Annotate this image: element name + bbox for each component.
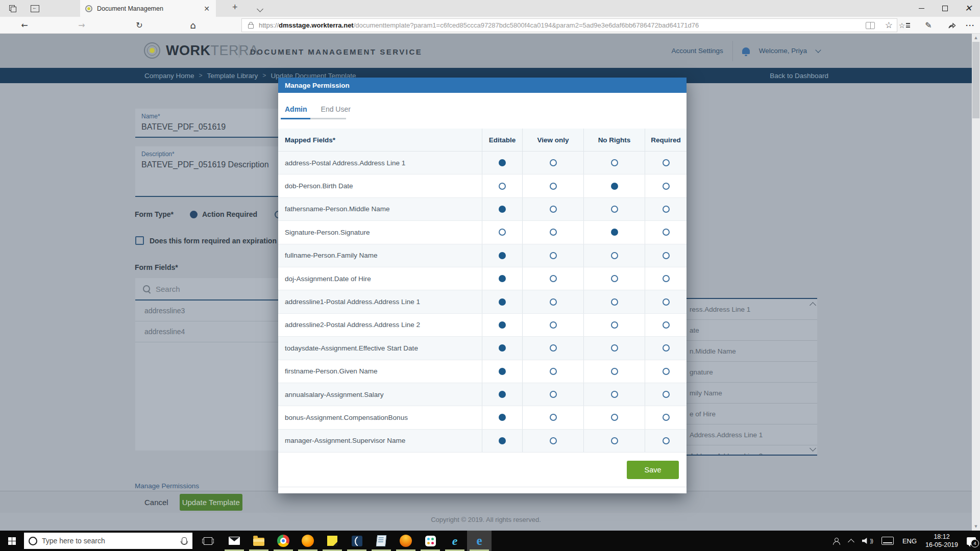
annotate-pen-icon[interactable]: ✎	[920, 18, 937, 32]
update-template-button[interactable]: Update Template	[180, 494, 242, 511]
user-menu-chevron-icon[interactable]	[815, 47, 821, 53]
name-field[interactable]: Name* BATEVE_PDF_051619	[135, 109, 278, 138]
scroll-up-arrow-icon[interactable]: ▲	[972, 36, 980, 40]
radio-editable[interactable]	[499, 391, 506, 398]
radio-required[interactable]	[663, 229, 670, 236]
radio-required[interactable]	[663, 183, 670, 190]
taskbar-clock[interactable]: 18:12 16-05-2019	[925, 533, 958, 549]
new-tab-button[interactable]: +	[232, 2, 238, 13]
radio-editable[interactable]	[499, 368, 506, 375]
radio-editable[interactable]	[499, 298, 506, 306]
taskbar-app-file-explorer[interactable]	[247, 531, 271, 551]
radio-required[interactable]	[663, 391, 670, 398]
radio-view-only[interactable]	[550, 275, 557, 282]
language-indicator[interactable]: ENG	[902, 537, 917, 545]
radio-no-rights[interactable]	[611, 321, 618, 329]
list-item-addressline4[interactable]: addressline4	[135, 321, 278, 342]
tray-overflow-chevron-icon[interactable]	[848, 539, 854, 545]
radio-view-only[interactable]	[550, 206, 557, 213]
list-item[interactable]: e of Hire	[687, 404, 817, 424]
touch-keyboard-icon[interactable]	[881, 537, 894, 545]
radio-no-rights[interactable]	[611, 229, 618, 236]
tab-admin[interactable]: Admin	[285, 105, 307, 113]
radio-no-rights[interactable]	[611, 368, 618, 375]
taskbar-search-box[interactable]: Type here to search	[24, 533, 192, 549]
manage-permissions-link[interactable]: Manage Permissions	[135, 482, 199, 490]
favorites-hub-icon[interactable]: ☆	[896, 18, 913, 32]
breadcrumb-item-company-home[interactable]: Company Home	[144, 72, 194, 80]
refresh-button[interactable]: ↻	[132, 17, 147, 34]
list-item[interactable]: Address.Address Line 2	[687, 445, 817, 456]
list-item[interactable]: Address.Address Line 1	[687, 424, 817, 445]
back-button[interactable]: ←	[17, 17, 32, 34]
radio-editable[interactable]	[499, 414, 506, 421]
radio-view-only[interactable]	[550, 437, 557, 444]
microphone-icon[interactable]	[182, 537, 187, 544]
radio-required[interactable]	[663, 368, 670, 375]
notification-bell-icon[interactable]	[742, 47, 750, 54]
radio-required[interactable]	[663, 252, 670, 259]
welcome-user-menu[interactable]: Welcome, Priya	[759, 47, 807, 55]
radio-required[interactable]	[663, 344, 670, 352]
list-item-addressline3[interactable]: addressline3	[135, 300, 278, 321]
set-tabs-aside-icon[interactable]	[31, 5, 39, 12]
taskbar-app-sticky-notes[interactable]	[320, 531, 345, 551]
people-icon[interactable]	[833, 538, 840, 544]
radio-view-only[interactable]	[550, 229, 557, 236]
share-icon[interactable]	[943, 18, 961, 32]
window-minimize-button[interactable]	[910, 0, 933, 17]
taskbar-app-internet-explorer[interactable]: e	[443, 531, 467, 551]
radio-editable[interactable]	[499, 229, 506, 236]
tab-preview-icon[interactable]	[9, 5, 16, 12]
radio-editable[interactable]	[499, 159, 506, 166]
taskbar-app-notepad[interactable]	[369, 531, 394, 551]
radio-view-only[interactable]	[550, 159, 557, 166]
add-favorite-star-icon[interactable]: ☆	[885, 21, 893, 30]
task-view-button[interactable]	[197, 531, 219, 551]
radio-no-rights[interactable]	[611, 159, 618, 166]
address-bar[interactable]: https://dmsstage.workterra.net/documentt…	[241, 18, 897, 32]
radio-editable[interactable]	[499, 437, 506, 444]
taskbar-app-pgadmin[interactable]	[345, 531, 369, 551]
scroll-down-arrow-icon[interactable]: ▼	[972, 524, 980, 529]
scrollbar-thumb[interactable]	[972, 42, 979, 118]
radio-editable[interactable]	[499, 183, 506, 190]
radio-no-rights[interactable]	[611, 414, 618, 421]
list-item[interactable]: mily Name	[687, 383, 817, 404]
radio-required[interactable]	[663, 414, 670, 421]
radio-required[interactable]	[663, 298, 670, 306]
reading-view-icon[interactable]	[866, 22, 875, 29]
taskbar-app-mail[interactable]	[222, 531, 247, 551]
radio-required[interactable]	[663, 206, 670, 213]
page-scrollbar[interactable]: ▲ ▼	[972, 34, 980, 531]
save-button[interactable]: Save	[627, 461, 679, 479]
list-item[interactable]: ate	[687, 320, 817, 341]
radio-editable[interactable]	[499, 275, 506, 282]
radio-view-only[interactable]	[550, 391, 557, 398]
back-to-dashboard-link[interactable]: Back to Dashboard	[770, 72, 828, 80]
start-button[interactable]	[0, 531, 24, 551]
taskbar-app-firefox[interactable]	[296, 531, 320, 551]
breadcrumb-item-template-library[interactable]: Template Library	[207, 72, 258, 80]
radio-view-only[interactable]	[550, 414, 557, 421]
radio-no-rights[interactable]	[611, 298, 618, 306]
radio-no-rights[interactable]	[611, 252, 618, 259]
radio-required[interactable]	[663, 437, 670, 444]
list-item[interactable]: ress.Address Line 1	[687, 299, 817, 320]
radio-editable[interactable]	[499, 252, 506, 259]
taskbar-app-edge[interactable]: e	[467, 531, 492, 551]
radio-editable[interactable]	[499, 321, 506, 329]
tab-close-icon[interactable]: ✕	[203, 5, 211, 13]
radio-editable[interactable]	[499, 206, 506, 213]
window-close-button[interactable]: ✕	[957, 0, 980, 17]
settings-ellipsis-icon[interactable]: ···	[962, 18, 979, 32]
description-field[interactable]: Description* BATEVE_PDF_051619 Descripti…	[135, 146, 278, 197]
browser-tab[interactable]: Document Managemen ✕	[80, 0, 216, 17]
radio-required[interactable]	[663, 159, 670, 166]
forward-button[interactable]: →	[74, 17, 89, 34]
tab-list-chevron-icon[interactable]	[257, 6, 263, 12]
form-type-radio-action-required[interactable]	[190, 211, 198, 218]
radio-no-rights[interactable]	[611, 437, 618, 444]
account-settings-link[interactable]: Account Settings	[671, 47, 723, 55]
window-restore-button[interactable]	[933, 0, 957, 17]
